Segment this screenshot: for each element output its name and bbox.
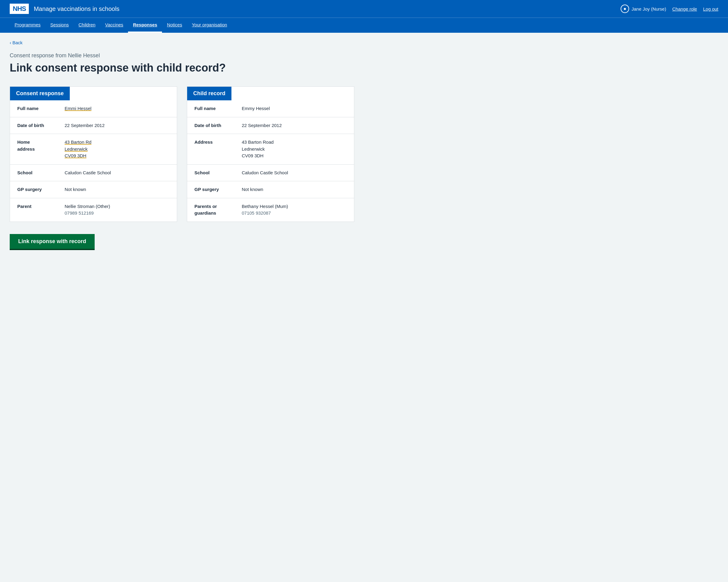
child-guardian-name: Bethany Hessel (Mum) <box>242 204 288 209</box>
nhs-logo: NHS <box>10 4 29 14</box>
back-link[interactable]: ‹ Back <box>10 40 22 45</box>
nav-vaccines[interactable]: Vaccines <box>100 18 128 33</box>
consent-response-card: Consent response Full name Emmi Hessel D… <box>10 86 177 222</box>
consent-school-value: Caludon Castle School <box>64 169 111 176</box>
child-gp-value: Not known <box>242 186 263 193</box>
child-school-label: School <box>194 169 237 176</box>
user-name: Jane Joy (Nurse) <box>631 6 666 11</box>
child-full-name-row: Full name Emmy Hessel <box>187 100 354 117</box>
child-guardian-phone: 07105 932087 <box>242 211 271 216</box>
child-record-heading: Child record <box>187 87 231 100</box>
user-icon: ● <box>621 4 629 13</box>
child-guardians-value: Bethany Hessel (Mum) 07105 932087 <box>242 203 288 217</box>
nav-sessions[interactable]: Sessions <box>46 18 74 33</box>
consent-address-value: 43 Barton Rd Lednerwick CV09 3DH <box>64 139 91 160</box>
consent-address-label: Homeaddress <box>17 139 60 153</box>
consent-gp-label: GP surgery <box>17 186 60 193</box>
page-title: Link consent response with child record? <box>10 61 354 74</box>
log-out-button[interactable]: Log out <box>703 6 718 11</box>
header-title: Manage vaccinations in schools <box>34 5 119 12</box>
consent-full-name-row: Full name Emmi Hessel <box>10 100 177 117</box>
nav-responses[interactable]: Responses <box>128 18 162 33</box>
child-record-card: Child record Full name Emmy Hessel Date … <box>187 86 354 222</box>
consent-school-row: School Caludon Castle School <box>10 165 177 182</box>
consent-gp-value: Not known <box>64 186 86 193</box>
chevron-left-icon: ‹ <box>10 40 11 45</box>
link-response-button[interactable]: Link response with record <box>10 234 95 250</box>
header-right: ● Jane Joy (Nurse) Change role Log out <box>621 4 718 13</box>
child-address-line2: Lednerwick <box>242 146 265 151</box>
nav-children[interactable]: Children <box>74 18 100 33</box>
child-address-label: Address <box>194 139 237 146</box>
cards-row: Consent response Full name Emmi Hessel D… <box>10 86 354 222</box>
consent-gp-row: GP surgery Not known <box>10 181 177 198</box>
child-dob-value: 22 September 2012 <box>242 122 282 129</box>
header-left: NHS Manage vaccinations in schools <box>10 4 120 14</box>
consent-school-label: School <box>17 169 60 176</box>
nav-programmes[interactable]: Programmes <box>10 18 46 33</box>
consent-parent-phone: 07989 512169 <box>64 211 94 216</box>
back-label: Back <box>12 40 22 45</box>
consent-parent-label: Parent <box>17 203 60 210</box>
main-nav: Programmes Sessions Children Vaccines Re… <box>0 18 728 33</box>
consent-full-name-label: Full name <box>17 105 60 112</box>
child-full-name-value: Emmy Hessel <box>242 105 270 112</box>
consent-parent-name: Nellie Stroman (Other) <box>64 204 110 209</box>
consent-address-line2: Lednerwick <box>64 146 88 151</box>
consent-dob-value: 22 September 2012 <box>64 122 105 129</box>
consent-full-name-value: Emmi Hessel <box>64 105 91 112</box>
child-address-line1: 43 Barton Road <box>242 139 274 145</box>
header: NHS Manage vaccinations in schools ● Jan… <box>0 0 728 18</box>
main-content: ‹ Back Consent response from Nellie Hess… <box>0 33 364 265</box>
consent-address-row: Homeaddress 43 Barton Rd Lednerwick CV09… <box>10 134 177 165</box>
user-info: ● Jane Joy (Nurse) <box>621 4 666 13</box>
consent-dob-label: Date of birth <box>17 122 60 129</box>
child-gp-row: GP surgery Not known <box>187 181 354 198</box>
child-dob-label: Date of birth <box>194 122 237 129</box>
child-guardians-label: Parents orguardians <box>194 203 237 217</box>
child-address-row: Address 43 Barton Road Lednerwick CV09 3… <box>187 134 354 165</box>
child-address-value: 43 Barton Road Lednerwick CV09 3DH <box>242 139 274 160</box>
consent-address-line3: CV09 3DH <box>64 153 86 158</box>
page-subtitle: Consent response from Nellie Hessel <box>10 52 354 59</box>
child-school-value: Caludon Castle School <box>242 169 288 176</box>
change-role-button[interactable]: Change role <box>672 6 697 11</box>
consent-parent-value: Nellie Stroman (Other) 07989 512169 <box>64 203 110 217</box>
child-dob-row: Date of birth 22 September 2012 <box>187 117 354 134</box>
consent-parent-row: Parent Nellie Stroman (Other) 07989 5121… <box>10 198 177 222</box>
child-school-row: School Caludon Castle School <box>187 165 354 182</box>
child-full-name-label: Full name <box>194 105 237 112</box>
consent-address-line1: 43 Barton Rd <box>64 139 91 145</box>
child-address-line3: CV09 3DH <box>242 153 264 158</box>
nav-notices[interactable]: Notices <box>162 18 187 33</box>
nav-your-organisation[interactable]: Your organisation <box>187 18 232 33</box>
consent-response-body: Full name Emmi Hessel Date of birth 22 S… <box>10 100 177 222</box>
child-guardians-row: Parents orguardians Bethany Hessel (Mum)… <box>187 198 354 222</box>
child-record-body: Full name Emmy Hessel Date of birth 22 S… <box>187 100 354 222</box>
consent-dob-row: Date of birth 22 September 2012 <box>10 117 177 134</box>
child-gp-label: GP surgery <box>194 186 237 193</box>
consent-response-heading: Consent response <box>10 87 70 100</box>
